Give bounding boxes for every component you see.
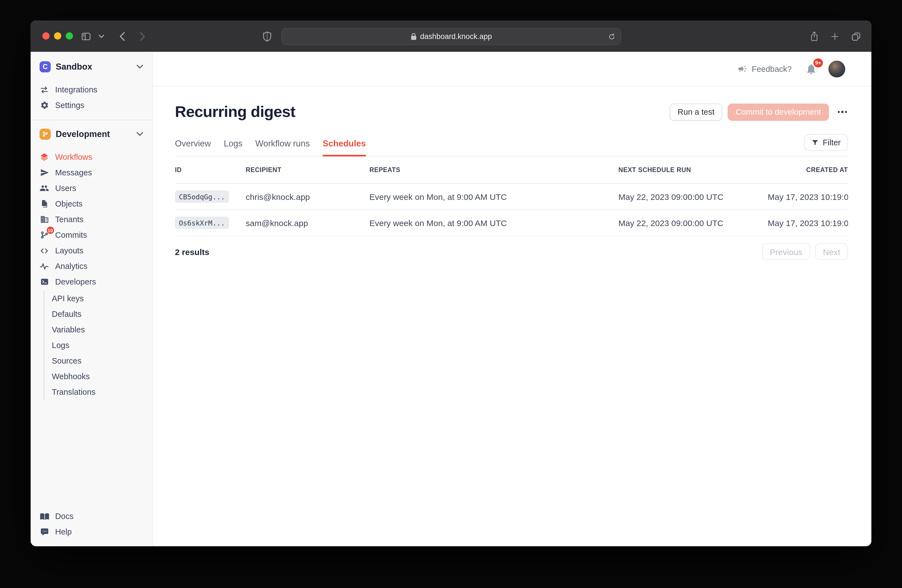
tab-logs[interactable]: Logs [224, 139, 242, 156]
tab-workflow-runs[interactable]: Workflow runs [255, 139, 310, 156]
environment-name: Development [56, 129, 132, 139]
sidebar-item-label: Analytics [55, 262, 88, 271]
content-column: Feedback? 9+ Recurring digest Run a test [153, 52, 871, 546]
layers-icon [39, 152, 49, 162]
sidebar-subitem-sources[interactable]: Sources [52, 353, 144, 369]
column-header-recipient: Recipient [246, 166, 370, 173]
sidebar-item-docs[interactable]: Docs [39, 508, 144, 524]
sidebar-item-developers[interactable]: Developers [39, 274, 144, 289]
recipient-cell: sam@knock.app [246, 218, 370, 227]
sidebar-spacer [39, 400, 144, 508]
app-shell: C Sandbox Integrations [31, 52, 871, 546]
sidebar-item-messages[interactable]: Messages [39, 165, 144, 180]
repeats-cell: Every week on Mon, at 9:00 AM UTC [370, 218, 619, 227]
sidebar-toggle-icon[interactable] [78, 20, 93, 52]
sidebar-item-integrations[interactable]: Integrations [39, 82, 144, 97]
forward-button[interactable] [135, 20, 149, 52]
results-count: 2 results [175, 247, 762, 256]
column-header-repeats: Repeats [370, 166, 619, 173]
next-page-button[interactable]: Next [815, 243, 848, 260]
sidebar-item-analytics[interactable]: Analytics [39, 258, 144, 274]
sidebar-item-workflows[interactable]: Workflows [39, 149, 144, 165]
privacy-shield-icon[interactable] [261, 20, 273, 52]
sidebar-item-label: Integrations [55, 85, 97, 94]
more-options-button[interactable] [836, 108, 848, 116]
reload-icon[interactable] [608, 33, 615, 41]
sidebar-subitem-defaults[interactable]: Defaults [52, 306, 144, 322]
git-branch-icon: 10 [39, 230, 49, 239]
new-tab-icon[interactable] [828, 20, 841, 52]
notifications-button[interactable]: 9+ [805, 63, 817, 75]
zoom-window-button[interactable] [66, 32, 73, 39]
column-header-id: ID [175, 166, 246, 173]
environment-switcher[interactable]: Development [39, 127, 144, 141]
account-logo: C [39, 61, 51, 72]
page-title: Recurring digest [175, 103, 670, 121]
sidebar-item-users[interactable]: Users [39, 180, 144, 196]
table-footer: 2 results Previous Next [175, 243, 848, 260]
browser-window: dashboard.knock.app [31, 20, 871, 546]
terminal-icon [39, 277, 49, 286]
created-at-cell: May 17, 2023 10:19:00 [768, 218, 848, 227]
commit-to-development-button[interactable]: Commit to development [728, 103, 829, 120]
sidebar-item-label: Commits [55, 230, 87, 239]
main-content: Recurring digest Run a test Commit to de… [153, 86, 871, 546]
schedule-id-chip[interactable]: CB5odqGg... [175, 191, 229, 203]
back-button[interactable] [115, 20, 129, 52]
created-at-cell: May 17, 2023 10:19:00 [768, 192, 848, 201]
chevron-down-icon [136, 132, 143, 136]
sidebar-subitem-logs[interactable]: Logs [52, 338, 144, 353]
tab-overview-icon[interactable] [849, 20, 863, 52]
page-header: Recurring digest Run a test Commit to de… [175, 103, 848, 121]
sidebar-item-label: Users [55, 184, 76, 193]
sidebar-subitem-translations[interactable]: Translations [52, 384, 144, 400]
sidebar-item-objects[interactable]: Objects [39, 196, 144, 211]
url-text: dashboard.knock.app [420, 32, 492, 41]
previous-page-button[interactable]: Previous [762, 243, 810, 260]
tabs-bar: Overview Logs Workflow runs Schedules Fi… [175, 134, 848, 156]
sidebar-subitem-api-keys[interactable]: API keys [52, 291, 144, 306]
sidebar-item-commits[interactable]: 10 Commits [39, 227, 144, 243]
commits-count-badge: 10 [47, 227, 54, 234]
sidebar-item-label: Layouts [55, 246, 84, 255]
schedule-id-chip[interactable]: Os6skXrM... [175, 217, 229, 229]
pulse-icon [39, 261, 49, 271]
run-a-test-button[interactable]: Run a test [670, 103, 722, 120]
sidebar-item-tenants[interactable]: Tenants [39, 211, 144, 227]
tab-overview[interactable]: Overview [175, 139, 211, 156]
close-window-button[interactable] [42, 32, 50, 39]
traffic-lights [42, 32, 73, 39]
avatar[interactable] [828, 60, 845, 77]
sidebar-divider [31, 120, 152, 120]
environment-logo [39, 129, 51, 140]
sidebar-item-settings[interactable]: Settings [39, 97, 144, 113]
sidebar-item-label: Settings [55, 101, 85, 110]
share-icon[interactable] [807, 20, 821, 52]
app-header: Feedback? 9+ [153, 52, 871, 86]
sidebar-chevron-icon[interactable] [96, 20, 106, 52]
screenshot-stage: dashboard.knock.app [0, 0, 902, 588]
next-run-cell: May 22, 2023 09:00:00 UTC [619, 218, 768, 227]
sidebar-subitem-variables[interactable]: Variables [52, 322, 144, 338]
table-row[interactable]: Os6skXrM... sam@knock.app Every week on … [175, 210, 848, 236]
sidebar-item-layouts[interactable]: Layouts [39, 243, 144, 258]
tabs: Overview Logs Workflow runs Schedules [175, 139, 804, 156]
paper-plane-icon [39, 168, 49, 177]
feedback-button[interactable]: Feedback? [738, 64, 792, 74]
account-switcher[interactable]: C Sandbox [39, 59, 144, 74]
sidebar-item-help[interactable]: Help [39, 524, 144, 540]
tab-schedules[interactable]: Schedules [323, 139, 366, 156]
funnel-icon [811, 139, 819, 147]
filter-button[interactable]: Filter [804, 134, 848, 151]
sidebar-item-label: Workflows [55, 153, 92, 161]
table-row[interactable]: CB5odqGg... chris@knock.app Every week o… [175, 184, 848, 210]
url-bar[interactable]: dashboard.knock.app [281, 28, 621, 45]
chat-bubble-icon [39, 527, 49, 536]
repeats-cell: Every week on Mon, at 9:00 AM UTC [370, 192, 619, 201]
sidebar-item-label: Tenants [55, 215, 84, 224]
sidebar-item-label: Docs [55, 512, 74, 521]
minimize-window-button[interactable] [54, 32, 61, 39]
notification-count-badge: 9+ [813, 58, 823, 67]
sidebar-item-label: Objects [55, 199, 83, 208]
sidebar-subitem-webhooks[interactable]: Webhooks [52, 369, 144, 384]
